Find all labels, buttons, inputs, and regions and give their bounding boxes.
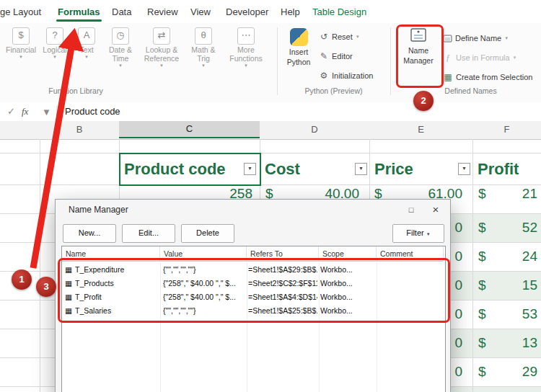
cell-profit[interactable]: 24: [491, 249, 537, 264]
grid-icon: ▦: [443, 73, 453, 81]
insert-python-button[interactable]: Insert Python: [283, 26, 315, 85]
group-separator: [277, 27, 278, 95]
dialog-title: Name Manager: [69, 200, 128, 220]
initialization-button[interactable]: ⚙ Initialization: [319, 69, 373, 82]
tab-formulas[interactable]: Formulas: [58, 4, 100, 21]
use-in-formula-button[interactable]: ƒ Use in Formula ▼: [443, 51, 517, 64]
define-name-button[interactable]: Define Name ▼: [443, 32, 509, 45]
group-separator: [390, 27, 391, 95]
clock-icon: ◷: [112, 27, 129, 45]
chevron-down-icon: ▼: [504, 36, 509, 41]
function-library-group-label: Function Library: [14, 86, 137, 97]
chevron-down-icon: ▼: [244, 63, 248, 68]
pencil-icon: ✎: [319, 52, 329, 61]
cell-profit[interactable]: 52: [491, 220, 537, 236]
tab-page-layout[interactable]: ge Layout: [0, 4, 41, 21]
editor-button[interactable]: ✎ Editor: [319, 50, 353, 63]
chevron-down-icon: ▼: [426, 232, 431, 236]
math-trig-button[interactable]: θ Math & Trig ▼: [185, 26, 222, 82]
financial-button[interactable]: $ Financial ▼: [4, 26, 38, 82]
filter-button[interactable]: ▼: [458, 163, 470, 175]
financial-icon: $: [12, 27, 30, 45]
math-trig-icon: θ: [195, 27, 212, 45]
date-time-button[interactable]: ◷ Date & Time ▼: [102, 26, 138, 82]
currency-symbol: $: [478, 220, 486, 236]
enter-check-icon[interactable]: ✓: [7, 102, 15, 121]
tab-review[interactable]: Review: [147, 4, 178, 21]
gridline: [40, 139, 40, 392]
chevron-down-icon: ▼: [19, 55, 23, 60]
filter-dropdown-button[interactable]: Filter ▼: [392, 224, 444, 243]
formula-bar: ✓ fx ▼ Product code: [0, 102, 541, 122]
header-cell-profit[interactable]: Profit: [478, 160, 519, 179]
name-tag-icon: [443, 34, 452, 43]
column-header-c[interactable]: C: [119, 121, 260, 138]
chevron-down-icon: ▼: [159, 63, 164, 68]
text-button[interactable]: A Text ▼: [72, 26, 101, 82]
gridline: [0, 184, 541, 185]
reset-icon: ↺: [319, 32, 329, 41]
chevron-down-icon: ▼: [84, 55, 89, 60]
tab-view[interactable]: View: [190, 4, 211, 21]
gridline: [472, 139, 473, 392]
currency-symbol: $: [478, 306, 486, 322]
chevron-down-icon: ▼: [201, 63, 206, 68]
currency-symbol: $: [478, 249, 486, 264]
header-cell-price[interactable]: Price: [374, 160, 413, 179]
text-icon: A: [78, 27, 95, 45]
separator: [56, 106, 57, 117]
chevron-down-icon: ▼: [513, 55, 517, 61]
chevron-down-icon: ▼: [356, 35, 360, 40]
gear-icon: ⚙: [319, 71, 329, 80]
logical-button[interactable]: ? Logical ▼: [39, 26, 71, 82]
ribbon: $ Financial ▼ ? Logical ▼ A Text ▼ ◷ Dat…: [0, 23, 541, 103]
tab-table-design[interactable]: Table Design: [312, 4, 366, 21]
reset-button[interactable]: ↺ Reset ▼: [319, 30, 360, 43]
filter-button[interactable]: ▼: [244, 163, 256, 175]
column-header-strip: B C D E F: [0, 121, 541, 140]
python-group-label: Python (Preview): [281, 86, 386, 97]
annotation-box-name-rows: [58, 258, 450, 323]
lookup-reference-button[interactable]: ⇄ Lookup & Reference ▼: [140, 26, 183, 82]
create-from-selection-button[interactable]: ▦ Create from Selection: [443, 71, 532, 84]
cell-profit[interactable]: 29: [491, 364, 537, 380]
column-header-b[interactable]: B: [40, 121, 119, 138]
currency-symbol: $: [478, 277, 486, 293]
chevron-down-icon: ▼: [118, 63, 123, 68]
chevron-down-icon: ▼: [53, 55, 57, 60]
new-button[interactable]: New...: [63, 224, 116, 243]
header-cell-product-code[interactable]: Product code: [124, 160, 226, 179]
gridline: [0, 153, 541, 153]
column-header-e[interactable]: E: [369, 121, 472, 138]
close-button[interactable]: ×: [421, 200, 450, 220]
annotation-box-name-manager: [396, 24, 444, 88]
tab-help[interactable]: Help: [281, 4, 300, 21]
tab-data[interactable]: Data: [112, 4, 131, 21]
tab-developer[interactable]: Developer: [226, 4, 268, 21]
filter-button[interactable]: ▼: [355, 163, 367, 175]
excel-window: ge Layout Formulas Data Review View Deve…: [0, 0, 541, 392]
annotation-step-3: 3: [36, 277, 56, 297]
cell-profit[interactable]: 15: [491, 277, 537, 293]
formula-icon: ƒ: [443, 53, 453, 62]
lookup-icon: ⇄: [153, 27, 170, 45]
more-functions-icon: ⋯: [237, 27, 255, 45]
currency-symbol: $: [478, 335, 486, 351]
python-logo-icon: [290, 28, 308, 46]
edit-button[interactable]: Edit...: [122, 224, 175, 243]
dialog-title-bar[interactable]: Name Manager □ ×: [56, 200, 450, 220]
header-cell-cost[interactable]: Cost: [265, 160, 300, 179]
ribbon-tab-bar: ge Layout Formulas Data Review View Deve…: [0, 0, 541, 23]
insert-function-icon[interactable]: fx: [22, 102, 28, 121]
currency-symbol: $: [478, 364, 486, 380]
column-header-d[interactable]: D: [260, 121, 369, 138]
annotation-step-2: 2: [413, 91, 434, 111]
formula-bar-value[interactable]: Product code: [65, 102, 120, 121]
cell-profit[interactable]: 53: [491, 306, 537, 322]
more-functions-button[interactable]: ⋯ More Functions ▼: [224, 26, 268, 82]
cell-profit[interactable]: 21: [491, 186, 537, 202]
cell-profit[interactable]: 13: [491, 335, 537, 351]
logical-icon: ?: [46, 27, 63, 45]
delete-button[interactable]: Delete: [181, 224, 234, 243]
column-header-f[interactable]: F: [472, 121, 541, 138]
